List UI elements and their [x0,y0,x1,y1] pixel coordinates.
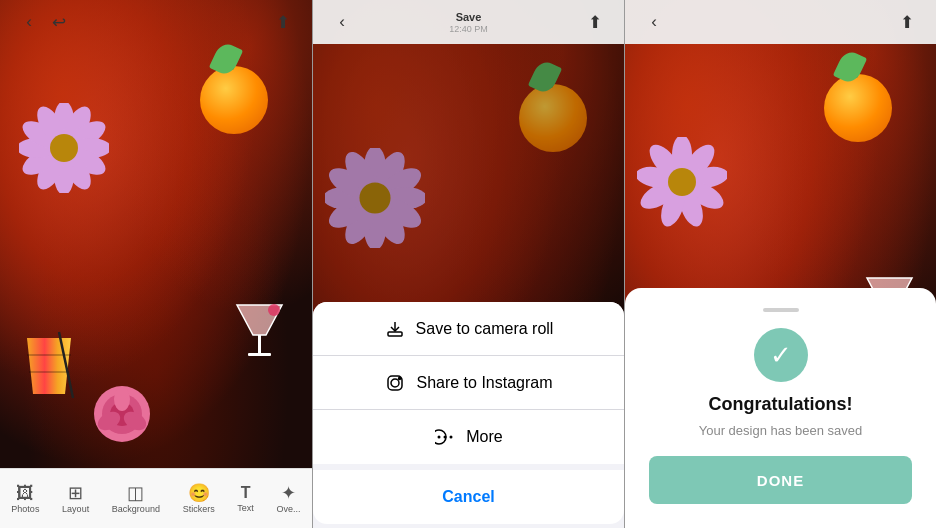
photos-icon: 🖼 [16,484,34,502]
top-center: Save 12:40 PM [449,11,488,34]
svg-point-27 [364,148,386,190]
svg-point-6 [54,155,74,193]
svg-point-36 [325,187,367,209]
share-button-2[interactable]: ⬆ [580,7,610,37]
svg-point-62 [668,168,696,196]
cancel-button[interactable]: Cancel [313,470,624,524]
svg-point-38 [340,148,381,197]
svg-point-2 [65,116,109,153]
svg-marker-13 [237,305,282,335]
svg-point-53 [672,137,692,175]
panel-success: ‹ ⬆ ✓ Congratulations! Your design has b… [624,0,936,528]
more-icon [434,426,456,448]
svg-point-56 [683,177,727,214]
share-button[interactable]: ⬆ [268,7,298,37]
congrats-overlay: ✓ Congratulations! Your design has been … [625,288,936,528]
back-button-2[interactable]: ‹ [327,7,357,37]
drag-handle [763,308,799,312]
flower-sticker-3 [637,137,727,227]
svg-point-30 [383,187,425,209]
svg-point-22 [102,394,142,434]
undo-button[interactable]: ↩ [44,7,74,37]
svg-point-51 [450,436,453,439]
share-instagram-button[interactable]: Share to Instagram [313,356,624,410]
share-button-3[interactable]: ⬆ [892,7,922,37]
svg-point-55 [688,164,728,191]
svg-point-16 [268,304,280,316]
svg-point-10 [19,116,63,153]
action-sheet: Save to camera roll Share to Instagram [313,302,624,528]
svg-point-9 [19,138,57,158]
top-bar-1: ‹ ↩ ⬆ [0,0,312,44]
svg-point-39 [360,182,391,213]
svg-point-0 [54,103,74,141]
back-button[interactable]: ‹ [14,7,44,37]
svg-point-35 [325,192,374,233]
svg-point-31 [377,192,426,233]
orange-sticker-2 [519,84,587,152]
svg-point-5 [59,149,96,193]
back-button-3[interactable]: ‹ [639,7,669,37]
svg-point-23 [110,402,134,426]
svg-point-54 [679,140,720,183]
toolbar-overlay[interactable]: ✦ Ove... [277,484,301,514]
svg-rect-45 [388,332,402,336]
svg-point-7 [32,149,69,193]
orange-sticker[interactable] [200,66,268,134]
cocktail-sticker[interactable] [232,300,287,365]
svg-marker-17 [27,338,71,394]
toolbar-stickers[interactable]: 😊 Stickers [183,484,215,514]
stickers-icon: 😊 [188,484,210,502]
save-camera-roll-button[interactable]: Save to camera roll [313,302,624,356]
cup-sticker[interactable] [19,330,79,402]
panel-share: ‹ Save 12:40 PM ⬆ Save to camera roll [312,0,624,528]
background-icon: ◫ [127,484,144,502]
more-button[interactable]: More [313,410,624,464]
svg-point-28 [370,148,411,197]
svg-rect-15 [248,353,271,356]
svg-point-1 [59,103,96,147]
svg-point-60 [637,164,677,191]
overlay-icon: ✦ [281,484,296,502]
svg-point-3 [71,138,109,158]
svg-point-12 [50,134,78,162]
svg-point-25 [121,408,150,434]
flower-sticker[interactable] [19,103,109,193]
toolbar-layout[interactable]: ⊞ Layout [62,484,89,514]
toolbar-background[interactable]: ◫ Background [112,484,160,514]
svg-point-8 [19,143,63,180]
congrats-title: Congratulations! [709,394,853,415]
svg-rect-14 [258,335,261,353]
svg-point-34 [340,199,381,248]
bottom-toolbar: 🖼 Photos ⊞ Layout ◫ Background 😊 Sticker… [0,468,312,528]
orange-sticker-3 [824,74,892,142]
svg-point-61 [645,140,686,183]
check-circle-icon: ✓ [754,328,808,382]
toolbar-photos[interactable]: 🖼 Photos [11,484,39,514]
svg-point-58 [657,185,689,227]
toolbar-text[interactable]: T Text [237,485,254,513]
svg-point-26 [114,387,130,411]
congrats-subtitle: Your design has been saved [699,423,863,438]
canvas-area [0,0,312,468]
layout-icon: ⊞ [68,484,83,502]
svg-point-24 [95,408,124,434]
svg-point-32 [370,199,411,248]
svg-point-59 [637,177,681,214]
text-icon: T [241,485,251,501]
svg-point-4 [65,143,109,180]
svg-point-29 [377,162,426,203]
svg-point-47 [391,379,399,387]
save-icon [384,318,406,340]
done-button[interactable]: DONE [649,456,912,504]
top-bar-2: ‹ Save 12:40 PM ⬆ [313,0,624,44]
svg-line-20 [59,332,73,398]
svg-point-11 [32,103,69,147]
svg-point-57 [675,185,707,227]
rose-sticker[interactable] [87,379,157,449]
panel-editor: ‹ ↩ ⬆ 🖼 Photos ⊞ Layout ◫ Background 😊 S… [0,0,312,528]
canvas-background[interactable] [0,0,312,468]
svg-point-48 [399,377,401,379]
instagram-icon [384,372,406,394]
svg-point-49 [438,436,441,439]
